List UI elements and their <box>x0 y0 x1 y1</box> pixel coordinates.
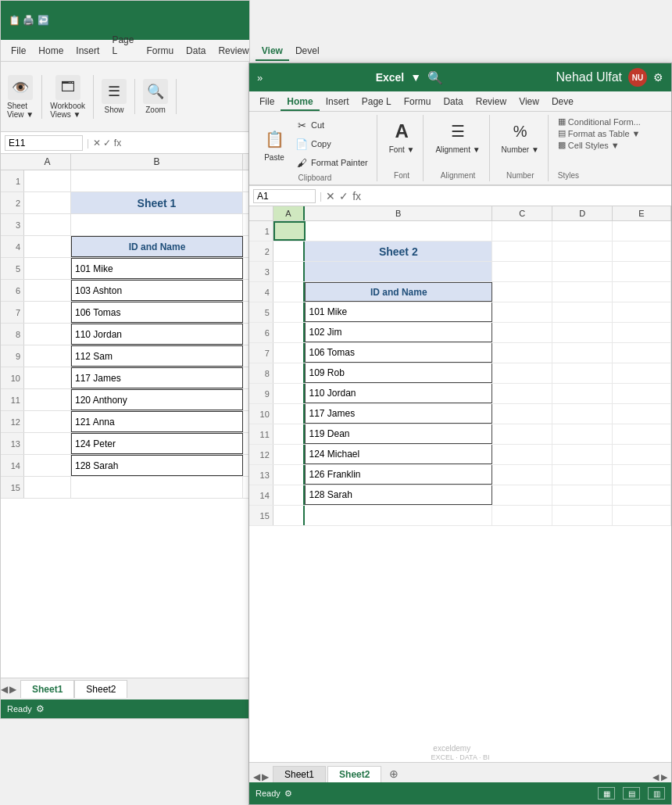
list-item[interactable]: 102 Jim <box>305 323 492 342</box>
bg-cell-b3[interactable] <box>71 214 243 235</box>
fg-tab-view[interactable]: View <box>513 94 545 111</box>
fg-tab-deve[interactable]: Deve <box>545 94 580 111</box>
list-item[interactable]: 106 Tomas <box>305 343 492 363</box>
list-item[interactable]: 128 Sarah <box>305 485 492 505</box>
fg-col-header-a[interactable]: A <box>273 206 305 220</box>
bg-tab-file[interactable]: File <box>5 42 32 61</box>
bg-cell-a4[interactable] <box>24 236 71 257</box>
bg-tab-review[interactable]: Review <box>212 42 255 61</box>
fg-sheet-tab-2[interactable]: Sheet2 <box>327 766 381 782</box>
bg-cell-a3[interactable] <box>24 214 71 235</box>
fg-cell-d3[interactable] <box>552 262 613 281</box>
bg-tab-home[interactable]: Home <box>32 42 70 61</box>
fg-cell-a3[interactable] <box>273 262 306 281</box>
fg-alignment-btn[interactable]: ☰ Alignment ▼ <box>433 116 482 156</box>
fg-col-header-e[interactable]: E <box>613 206 671 220</box>
list-item[interactable]: 101 Mike <box>71 258 243 279</box>
fg-copy-btn[interactable]: 📄 Copy <box>292 135 370 152</box>
fg-add-sheet-btn[interactable]: ⊕ <box>383 765 405 782</box>
fg-cell-a2[interactable] <box>273 242 306 261</box>
bg-tab-insert[interactable]: Insert <box>70 42 105 61</box>
bg-col-header-b[interactable]: B <box>71 154 243 170</box>
fg-cell-a4[interactable] <box>273 282 306 302</box>
fg-cell-c3[interactable] <box>492 262 552 281</box>
fg-cancel-icon[interactable]: ✕ <box>326 190 335 202</box>
bg-sheet1-title[interactable]: Sheet 1 <box>71 192 243 213</box>
fg-search-icon[interactable]: 🔍 <box>427 70 443 85</box>
bg-zoom-btn[interactable]: 🔍 Zoom <box>143 79 168 114</box>
fg-number-btn[interactable]: % Number ▼ <box>499 116 542 156</box>
fg-confirm-icon[interactable]: ✓ <box>339 190 349 202</box>
bg-nav-right[interactable]: ▶ <box>9 684 16 695</box>
bg-tab-pagelayout[interactable]: Page L <box>105 31 140 61</box>
fg-tab-review[interactable]: Review <box>470 94 513 111</box>
fg-tab-home[interactable]: Home <box>281 94 319 111</box>
fg-normal-view-btn[interactable]: ▦ <box>598 787 615 800</box>
fg-dropdown-icon[interactable]: ▼ <box>410 71 421 84</box>
fg-scroll-right[interactable]: ▶ <box>661 772 667 782</box>
fg-sheet2-title[interactable]: Sheet 2 <box>305 242 492 261</box>
list-item[interactable]: 117 James <box>71 367 243 388</box>
fg-sheet2-header[interactable]: ID and Name <box>305 282 492 302</box>
fg-cell-a1[interactable] <box>273 221 306 241</box>
fg-tab-formulas[interactable]: Formu <box>398 94 438 111</box>
list-item[interactable]: 109 Rob <box>305 363 492 383</box>
fg-paste-btn[interactable]: 📋 Paste <box>259 124 289 164</box>
bg-tab-data[interactable]: Data <box>180 42 212 61</box>
bg-cell-a5[interactable] <box>24 258 71 279</box>
fg-conditional-format-btn[interactable]: ▦ Conditional Form... <box>558 116 641 127</box>
list-item[interactable]: 112 Sam <box>71 345 243 367</box>
list-item[interactable]: 119 Dean <box>305 424 492 444</box>
list-item[interactable]: 117 James <box>305 404 492 424</box>
fg-cell-d2[interactable] <box>552 242 613 261</box>
fg-cell-d1[interactable] <box>552 221 613 241</box>
fg-cell-c2[interactable] <box>492 242 552 261</box>
bg-sheet1-header[interactable]: ID and Name <box>71 236 243 257</box>
fg-cell-b3[interactable] <box>305 262 492 281</box>
bg-show-btn[interactable]: ☰ Show <box>102 79 127 114</box>
fg-format-painter-btn[interactable]: 🖌 Format Painter <box>292 154 370 171</box>
fg-page-layout-btn[interactable]: ▤ <box>623 787 640 800</box>
fg-name-box[interactable] <box>253 189 316 203</box>
fg-col-header-d[interactable]: D <box>552 206 613 220</box>
list-item[interactable]: 126 Franklin <box>305 465 492 485</box>
fg-col-header-b[interactable]: B <box>305 206 492 220</box>
fg-tab-data[interactable]: Data <box>437 94 469 111</box>
fg-tab-pagelayout[interactable]: Page L <box>356 94 398 111</box>
list-item[interactable]: 101 Mike <box>305 302 492 322</box>
bg-sheet-tab-1[interactable]: Sheet1 <box>20 680 74 698</box>
fg-cell-d4[interactable] <box>552 282 613 302</box>
bg-tab-devel[interactable]: Devel <box>289 42 326 61</box>
fg-cell-c4[interactable] <box>492 282 552 302</box>
fg-cell-e2[interactable] <box>613 242 671 261</box>
fg-tab-insert[interactable]: Insert <box>320 94 356 111</box>
fg-page-break-btn[interactable]: ▥ <box>648 787 665 800</box>
bg-col-header-a[interactable]: A <box>24 154 71 170</box>
fg-cell-e3[interactable] <box>613 262 671 281</box>
fg-sheet-tab-1[interactable]: Sheet1 <box>273 766 326 782</box>
fg-nav-left[interactable]: ◀ <box>253 771 260 782</box>
list-item[interactable]: 110 Jordan <box>71 324 243 345</box>
list-item[interactable]: 106 Tomas <box>71 302 243 323</box>
bg-name-box[interactable] <box>5 135 83 151</box>
bg-workbook-views-btn[interactable]: 🗔 WorkbookViews ▼ <box>50 75 85 119</box>
fg-col-header-c[interactable]: C <box>492 206 552 220</box>
fg-font-btn[interactable]: A Font ▼ <box>387 116 417 156</box>
fg-cell-styles-btn[interactable]: ▩ Cell Styles ▼ <box>558 140 641 150</box>
bg-tab-formulas[interactable]: Formu <box>140 42 180 61</box>
list-item[interactable]: 121 Anna <box>71 411 243 432</box>
list-item[interactable]: 124 Peter <box>71 433 243 454</box>
list-item[interactable]: 103 Ashton <box>71 280 243 301</box>
fg-settings-icon[interactable]: ⚙ <box>653 71 663 84</box>
list-item[interactable]: 110 Jordan <box>305 384 492 403</box>
list-item[interactable]: 120 Anthony <box>71 389 243 410</box>
bg-cell-a2[interactable] <box>24 192 71 213</box>
fg-cell-e4[interactable] <box>613 282 671 302</box>
list-item[interactable]: 128 Sarah <box>71 455 243 476</box>
fg-cell-e1[interactable] <box>613 221 671 241</box>
list-item[interactable]: 124 Michael <box>305 445 492 464</box>
bg-tab-view[interactable]: View <box>256 42 289 61</box>
bg-nav-left[interactable]: ◀ <box>1 684 8 695</box>
fg-cell-b1[interactable] <box>306 221 493 241</box>
bg-cell-b1[interactable] <box>71 170 243 191</box>
